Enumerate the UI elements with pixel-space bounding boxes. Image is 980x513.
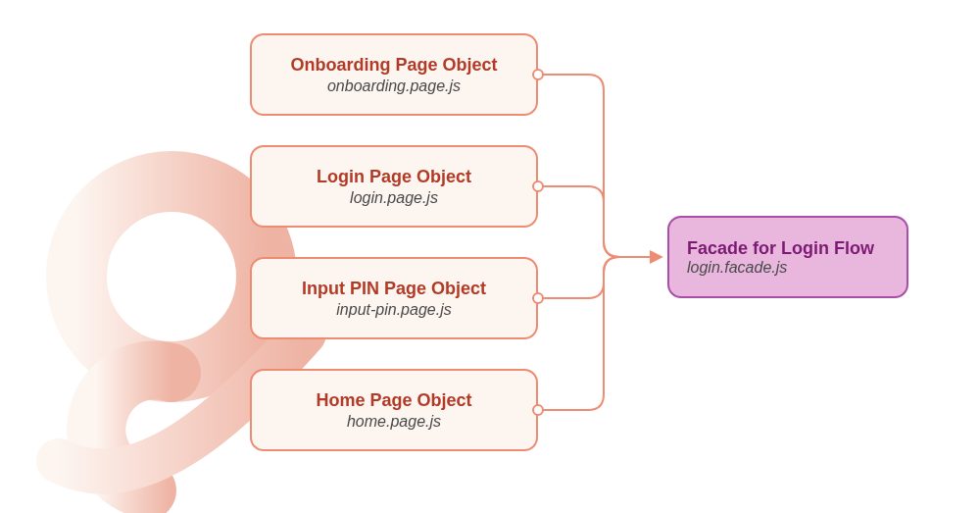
card-file: input-pin.page.js — [336, 301, 451, 319]
card-title: Login Page Object — [317, 167, 471, 187]
svg-point-0 — [76, 181, 267, 372]
page-object-home: Home Page Object home.page.js — [250, 369, 538, 451]
page-object-login: Login Page Object login.page.js — [250, 145, 538, 228]
diagram-stage: Onboarding Page Object onboarding.page.j… — [0, 0, 980, 513]
page-object-input-pin: Input PIN Page Object input-pin.page.js — [250, 257, 538, 339]
card-file: onboarding.page.js — [327, 77, 461, 95]
card-file: login.page.js — [350, 189, 438, 207]
card-file: home.page.js — [347, 413, 441, 431]
page-object-onboarding: Onboarding Page Object onboarding.page.j… — [250, 33, 538, 116]
facade-login-flow: Facade for Login Flow login.facade.js — [667, 216, 908, 298]
card-title: Home Page Object — [316, 390, 471, 411]
card-title: Input PIN Page Object — [302, 279, 486, 299]
card-file: login.facade.js — [687, 259, 906, 277]
card-title: Onboarding Page Object — [290, 55, 497, 76]
card-title: Facade for Login Flow — [687, 238, 906, 259]
